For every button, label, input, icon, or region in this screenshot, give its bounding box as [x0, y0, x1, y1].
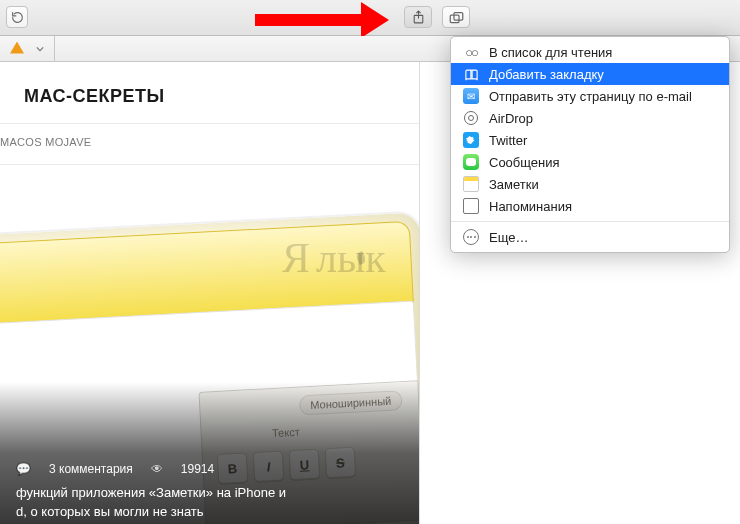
menu-item-label: Напоминания	[489, 199, 572, 214]
menu-item-label: Заметки	[489, 177, 539, 192]
browser-tab[interactable]	[0, 36, 55, 61]
menu-item-label: Сообщения	[489, 155, 560, 170]
tab-favicon-icon	[10, 42, 24, 56]
menu-item-add-bookmark[interactable]: Добавить закладку	[451, 63, 729, 85]
share-icon	[412, 10, 425, 25]
share-menu: ○○ В список для чтения Добавить закладку…	[450, 36, 730, 253]
article-card[interactable]: Моноширинный Текст B I U S 💬 3 комментар…	[0, 202, 420, 524]
reading-list-icon: ○○	[463, 44, 479, 60]
menu-item-label: В список для чтения	[489, 45, 612, 60]
menu-item-label: Добавить закладку	[489, 67, 604, 82]
menu-item-email-page[interactable]: Отправить эту страницу по e-mail	[451, 85, 729, 107]
menu-item-label: Еще…	[489, 230, 528, 245]
menu-item-label: AirDrop	[489, 111, 533, 126]
article-overlay: 💬 3 комментария 👁 19914 функций приложен…	[0, 382, 420, 524]
share-button[interactable]	[404, 6, 432, 28]
article-title-frag2: d, о которых вы могли не знать	[16, 504, 204, 519]
comments-count: 3 комментария	[49, 462, 133, 476]
reload-icon	[11, 11, 24, 24]
menu-item-label: Twitter	[489, 133, 527, 148]
webpage-content: МАС-СЕКРЕТЫ MACOS MOJAVE Моноширинный Те…	[0, 62, 420, 524]
tab-overview-icon	[449, 11, 464, 24]
menu-item-more[interactable]: Еще…	[451, 226, 729, 248]
page-subtag: MACOS MOJAVE	[0, 124, 419, 165]
eye-icon: 👁	[151, 462, 163, 476]
menu-item-twitter[interactable]: Twitter	[451, 129, 729, 151]
mail-icon	[463, 88, 479, 104]
page-section-title: МАС-СЕКРЕТЫ	[24, 86, 403, 107]
show-tabs-button[interactable]	[442, 6, 470, 28]
article-title-frag1: функций приложения «Заметки» на iPhone и	[16, 485, 286, 500]
bookmark-icon	[463, 66, 479, 82]
menu-item-label: Отправить эту страницу по e-mail	[489, 89, 692, 104]
menu-item-airdrop[interactable]: AirDrop	[451, 107, 729, 129]
reminders-icon	[463, 198, 479, 214]
menu-item-reading-list[interactable]: ○○ В список для чтения	[451, 41, 729, 63]
views-count: 19914	[181, 462, 214, 476]
twitter-icon	[463, 132, 479, 148]
menu-item-messages[interactable]: Сообщения	[451, 151, 729, 173]
menu-item-reminders[interactable]: Напоминания	[451, 195, 729, 217]
menu-item-notes[interactable]: Заметки	[451, 173, 729, 195]
notes-icon	[463, 176, 479, 192]
reload-button[interactable]	[6, 6, 28, 28]
callout-arrow	[255, 8, 395, 36]
airdrop-icon	[463, 110, 479, 126]
menu-separator	[451, 221, 729, 222]
more-icon	[463, 229, 479, 245]
chevron-down-icon	[36, 45, 44, 53]
comment-icon: 💬	[16, 462, 31, 476]
messages-icon	[463, 154, 479, 170]
